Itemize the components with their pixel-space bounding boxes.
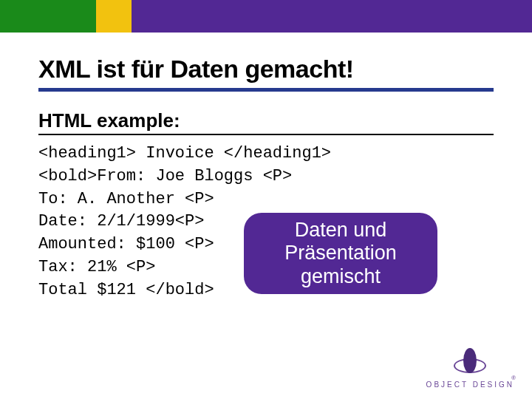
code-line: Amounted: $100 <P> bbox=[38, 235, 214, 253]
topbar-purple-segment bbox=[132, 0, 532, 33]
code-line: <heading1> Invoice </heading1> bbox=[38, 144, 331, 163]
topbar-yellow-segment bbox=[96, 0, 132, 33]
topbar-green-segment bbox=[0, 0, 96, 33]
callout-bubble: Daten und Präsentation gemischt bbox=[244, 213, 437, 294]
section-subtitle: HTML example: bbox=[38, 109, 494, 135]
top-color-bar bbox=[0, 0, 532, 33]
code-line: Total $121 </bold> bbox=[38, 281, 214, 299]
logo-text: OBJECT DESIGN bbox=[426, 381, 514, 389]
code-line: To: A. Another <P> bbox=[38, 190, 214, 208]
code-line: Tax: 21% <P> bbox=[38, 258, 155, 276]
registered-mark-icon: ® bbox=[511, 375, 516, 381]
slide-title: XML ist für Daten gemacht! bbox=[38, 55, 494, 85]
callout-text: Daten und Präsentation gemischt bbox=[254, 219, 427, 287]
code-line: Date: 2/1/1999<P> bbox=[38, 212, 204, 231]
title-underline bbox=[38, 88, 494, 92]
logo-mark-icon bbox=[454, 347, 486, 379]
code-line: <bold>From: Joe Bloggs <P> bbox=[38, 167, 292, 185]
brand-logo: OBJECT DESIGN ® bbox=[426, 347, 514, 389]
